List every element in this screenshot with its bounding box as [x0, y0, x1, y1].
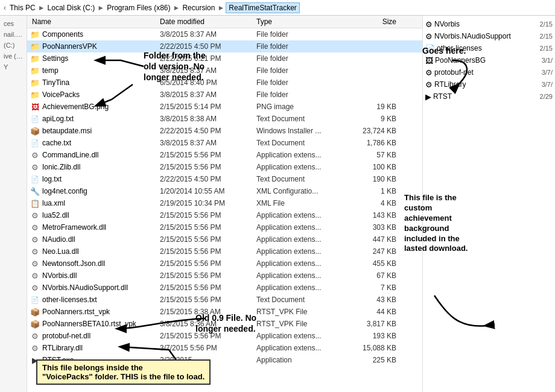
breadcrumb-item-programfiles[interactable]: Program Files (x86) [106, 4, 171, 12]
right-file-icon: ⚙ [425, 20, 433, 29]
file-date: 2/15/2015 5:56 PM [160, 332, 256, 340]
right-file-row[interactable]: ⚙ protobuf-net 3/7/ [423, 66, 555, 78]
file-row[interactable]: ⚙ Newtonsoft.Json.dll 2/15/2015 5:56 PM … [27, 258, 422, 270]
file-type: File folder [256, 90, 353, 99]
file-name: AchievementBG.png [40, 103, 160, 111]
file-icon: ⚙ [30, 162, 40, 172]
file-name: apiLog.txt [40, 115, 160, 123]
breadcrumb-item-localdisk[interactable]: Local Disk (C:) [46, 4, 97, 12]
file-type: File folder [256, 30, 353, 39]
file-row[interactable]: ⚙ CommandLine.dll 2/15/2015 5:56 PM Appl… [27, 149, 422, 161]
file-row[interactable]: 📁 TinyTina 6/5/2014 8:40 PM File folder [27, 77, 422, 89]
file-size: 1 KB [353, 187, 401, 195]
file-date: 2/15/2015 5:56 PM [160, 151, 256, 159]
file-name: PooNannersBETA10.rtst_vpk [40, 320, 160, 328]
file-icon: ⚙ [30, 283, 40, 292]
col-header-date[interactable]: Date modified [160, 17, 256, 26]
file-row[interactable]: 🔧 log4net.config 1/20/2014 10:55 AM XML … [27, 185, 422, 197]
file-icon: 📁 [30, 90, 40, 100]
file-size: 7 KB [353, 283, 401, 292]
file-row[interactable]: 📦 betaupdate.msi 2/22/2015 4:50 PM Windo… [27, 125, 422, 137]
file-type: Text Document [256, 175, 353, 183]
right-file-row[interactable]: 🖼 PooNannersBG 3/1/ [423, 54, 555, 66]
sidebar-item-1[interactable]: nail.com [0, 29, 27, 40]
file-row[interactable]: ⚙ RTLibrary.dll 3/7/2015 5:56 PM Applica… [27, 342, 422, 354]
file-date: 3/8/2015 8:36 AM [160, 320, 256, 328]
file-type: File folder [256, 66, 353, 75]
right-file-icon: ⚙ [425, 32, 433, 41]
file-row[interactable]: 📦 PooNanners.rtst_vpk 2/15/2015 8:38 AM … [27, 306, 422, 318]
sidebar-item-2[interactable]: (C:) [0, 40, 27, 51]
col-header-type[interactable]: Type [256, 17, 353, 26]
file-date: 2/15/2015 5:56 PM [160, 283, 256, 292]
sidebar: ces nail.com (C:) ive (E:) Ti Y [0, 16, 27, 392]
file-row[interactable]: 📁 Settings 2/22/2015 6:21 PM File folder [27, 52, 422, 65]
file-row[interactable]: ⚙ NAudio.dll 2/15/2015 5:56 PM Applicati… [27, 233, 422, 245]
file-icon: 🔧 [30, 186, 40, 196]
right-file-row[interactable]: ▶ RTST 2/29 [423, 90, 555, 103]
file-date: 2/15/2015 8:38 AM [160, 308, 256, 316]
breadcrumb-item-thispc[interactable]: This PC [8, 4, 37, 12]
file-type: Text Document [256, 139, 353, 147]
file-type: Application extens... [256, 332, 353, 340]
file-icon: ⚙ [30, 331, 40, 341]
sidebar-item-4[interactable]: Y [0, 62, 27, 72]
file-row[interactable]: ⚙ NVorbis.NAudioSupport.dll 2/15/2015 5:… [27, 282, 422, 294]
file-type: Application extens... [256, 259, 353, 268]
file-row[interactable]: 🖼 AchievementBG.png 2/15/2015 5:14 PM PN… [27, 101, 422, 113]
right-file-row[interactable]: 📄 other-licenses 2/15 [423, 42, 555, 54]
breadcrumb-item-recursion[interactable]: Recursion [181, 4, 216, 12]
file-row[interactable]: 📁 VoicePacks 3/8/2015 8:37 AM File folde… [27, 89, 422, 101]
right-file-icon: 📄 [425, 44, 435, 53]
file-icon: 📋 [30, 198, 40, 208]
file-row[interactable]: 📋 lua.xml 2/19/2015 10:34 PM XML File 4 … [27, 197, 422, 209]
col-header-name[interactable]: Name [27, 17, 160, 26]
sidebar-item-0[interactable]: ces [0, 18, 27, 29]
file-row[interactable]: ⚙ protobuf-net.dll 2/15/2015 5:56 PM App… [27, 330, 422, 342]
file-row[interactable]: ▶ RTST.exe 2/29/2015 ... Application 225… [27, 354, 422, 366]
file-size: 143 KB [353, 211, 401, 220]
column-headers: Name Date modified Type Size [27, 16, 422, 28]
file-icon: 📄 [30, 138, 40, 148]
file-row[interactable]: 📁 PooNannersVPK 2/22/2015 4:50 PM File f… [27, 40, 422, 52]
file-date: 2/22/2015 4:50 PM [160, 175, 256, 183]
file-row[interactable]: ⚙ Neo.Lua.dll 2/15/2015 5:56 PM Applicat… [27, 245, 422, 258]
file-row[interactable]: 📁 Components 3/8/2015 8:37 AM File folde… [27, 28, 422, 40]
file-type: Application extens... [256, 344, 353, 352]
file-name: PooNanners.rtst_vpk [40, 308, 160, 316]
file-row[interactable]: ⚙ lua52.dll 2/15/2015 5:56 PM Applicatio… [27, 209, 422, 221]
file-icon: ⚙ [30, 247, 40, 256]
file-row[interactable]: ⚙ MetroFramework.dll 2/15/2015 5:56 PM A… [27, 221, 422, 233]
file-row[interactable]: 📦 PooNannersBETA10.rtst_vpk 3/8/2015 8:3… [27, 318, 422, 330]
file-row[interactable]: 📄 apiLog.txt 3/8/2015 8:38 AM Text Docum… [27, 113, 422, 125]
file-icon: ⚙ [30, 271, 40, 280]
file-row[interactable]: 📄 cache.txt 3/8/2015 8:37 AM Text Docume… [27, 137, 422, 149]
file-size: 23,724 KB [353, 127, 401, 135]
right-file-date: 3/7/ [539, 81, 553, 88]
file-row[interactable]: 📄 log.txt 2/22/2015 4:50 PM Text Documen… [27, 173, 422, 185]
file-date: 6/5/2014 8:40 PM [160, 78, 256, 87]
right-panel: ⚙ NVorbis 2/15 ⚙ NVorbis.NAudioSupport 2… [422, 16, 555, 392]
file-size: 3,817 KB [353, 320, 401, 328]
right-file-row[interactable]: ⚙ NVorbis.NAudioSupport 2/15 [423, 30, 555, 42]
file-date: 2/15/2015 5:56 PM [160, 223, 256, 232]
file-name: PooNannersVPK [40, 42, 160, 51]
file-date: 2/15/2015 5:56 PM [160, 259, 256, 268]
sidebar-item-3[interactable]: ive (E:) Ti [0, 51, 27, 62]
file-row[interactable]: 📄 other-licenses.txt 2/15/2015 5:56 PM T… [27, 294, 422, 306]
file-row[interactable]: ⚙ Ionic.Zlib.dll 2/15/2015 5:56 PM Appli… [27, 161, 422, 173]
right-file-date: 2/29 [538, 93, 553, 100]
right-file-row[interactable]: ⚙ NVorbis 2/15 [423, 18, 555, 30]
file-date: 3/8/2015 8:37 AM [160, 139, 256, 147]
col-header-size[interactable]: Size [353, 17, 401, 26]
right-file-row[interactable]: ⚙ RTLibrary 3/7/ [423, 78, 555, 90]
breadcrumb-item-active[interactable]: RealTimeStatTracker [226, 2, 299, 13]
file-row[interactable]: 📁 temp 3/8/2015 8:37 AM File folder [27, 65, 422, 77]
file-row[interactable]: ⚙ NVorbis.dll 2/15/2015 5:56 PM Applicat… [27, 270, 422, 282]
file-type: Application extens... [256, 235, 353, 244]
file-icon: 📦 [30, 126, 40, 136]
file-date: 1/20/2014 10:55 AM [160, 187, 256, 195]
right-file-date: 3/7/ [539, 69, 553, 76]
file-name: NAudio.dll [40, 235, 160, 244]
file-name: NVorbis.NAudioSupport.dll [40, 283, 160, 292]
